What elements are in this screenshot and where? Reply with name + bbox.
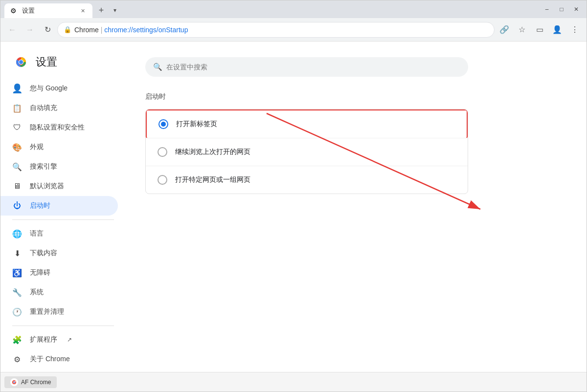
active-tab[interactable]: ⚙ 设置 ✕ xyxy=(4,3,92,18)
external-link-icon: ↗ xyxy=(67,336,72,343)
section-title: 启动时 xyxy=(145,92,567,101)
tab-display-button[interactable]: ▭ xyxy=(532,22,547,38)
sidebar: 设置 👤 您与 Google 📋 自动填充 🛡 隐私设置和安全性 🎨 xyxy=(0,42,126,372)
sidebar-item-accessibility[interactable]: ♿ 无障碍 xyxy=(0,263,118,283)
sidebar-item-browser[interactable]: 🖥 默认浏览器 xyxy=(0,176,118,196)
power-icon: ⏻ xyxy=(12,201,22,211)
sidebar-item-startup[interactable]: ⏻ 启动时 xyxy=(0,196,118,216)
taskbar-chrome-icon xyxy=(10,378,18,386)
option-specific[interactable]: 打开特定网页或一组网页 xyxy=(146,166,468,194)
forward-button[interactable]: → xyxy=(22,22,38,38)
gear-icon: ⚙ xyxy=(12,354,22,364)
tab-area: ⚙ 设置 ✕ + ▾ xyxy=(4,0,541,18)
address-url: chrome://settings/onStartup xyxy=(104,26,188,34)
settings-tab-icon: ⚙ xyxy=(10,7,18,15)
palette-icon: 🎨 xyxy=(12,142,22,152)
option-new-tab-label: 打开新标签页 xyxy=(176,120,217,129)
minimize-button[interactable]: – xyxy=(541,4,553,14)
sidebar-item-extensions-label: 扩展程序 xyxy=(30,335,57,344)
sidebar-item-downloads-label: 下载内容 xyxy=(30,249,57,258)
sidebar-item-about-label: 关于 Chrome xyxy=(30,355,70,364)
person-icon: 👤 xyxy=(12,84,22,93)
menu-button[interactable]: ⋮ xyxy=(567,22,583,38)
accessibility-icon: ♿ xyxy=(12,268,22,278)
back-button[interactable]: ← xyxy=(4,22,20,38)
sidebar-item-language-label: 语言 xyxy=(30,229,44,238)
taskbar-chrome-item[interactable]: AF Chrome xyxy=(4,376,57,388)
clipboard-icon: 📋 xyxy=(12,103,22,113)
sidebar-divider-2 xyxy=(12,326,114,326)
taskbar-item-label: AF Chrome xyxy=(21,379,51,386)
sidebar-item-appearance[interactable]: 🎨 外观 xyxy=(0,137,118,157)
sidebar-item-search-label: 搜索引擎 xyxy=(30,162,57,171)
radio-specific xyxy=(158,175,167,185)
sidebar-item-extensions[interactable]: 🧩 扩展程序 ↗ xyxy=(0,330,118,349)
puzzle-icon: 🧩 xyxy=(12,335,22,345)
sidebar-item-about[interactable]: ⚙ 关于 Chrome xyxy=(0,349,118,369)
refresh-button[interactable]: ↻ xyxy=(40,22,55,38)
star-button[interactable]: ☆ xyxy=(514,22,530,38)
tab-title: 设置 xyxy=(22,6,75,15)
sidebar-item-accessibility-label: 无障碍 xyxy=(30,268,50,277)
sidebar-item-google-label: 您与 Google xyxy=(30,84,68,93)
sidebar-item-google[interactable]: 👤 您与 Google xyxy=(0,79,118,98)
option-specific-label: 打开特定网页或一组网页 xyxy=(175,175,250,184)
close-button[interactable]: ✕ xyxy=(570,4,583,14)
settings-page-title: 设置 xyxy=(36,55,57,69)
download-icon: ⬇ xyxy=(12,248,22,258)
globe-icon: 🌐 xyxy=(12,229,22,239)
startup-options-card: 打开新标签页 继续浏览上次打开的网页 打开特定网页或一组网页 xyxy=(145,109,468,194)
navigation-bar: ← → ↻ 🔒 Chrome | chrome://settings/onSta… xyxy=(0,18,587,42)
sidebar-item-language[interactable]: 🌐 语言 xyxy=(0,224,118,243)
sidebar-divider-1 xyxy=(12,219,114,220)
title-bar: ⚙ 设置 ✕ + ▾ – □ ✕ xyxy=(0,0,587,18)
sidebar-item-downloads[interactable]: ⬇ 下载内容 xyxy=(0,243,118,263)
nav-right-controls: 🔗 ☆ ▭ 👤 ⋮ xyxy=(497,22,583,38)
wrench-icon: 🔧 xyxy=(12,287,22,297)
maximize-button[interactable]: □ xyxy=(555,4,568,14)
window-controls: – □ ✕ xyxy=(541,4,583,14)
option-continue-label: 继续浏览上次打开的网页 xyxy=(175,148,250,156)
taskbar: AF Chrome xyxy=(0,372,587,392)
sidebar-item-startup-label: 启动时 xyxy=(30,201,50,210)
settings-search-bar[interactable]: 🔍 xyxy=(145,57,468,77)
sidebar-item-privacy[interactable]: 🛡 隐私设置和安全性 xyxy=(0,118,118,137)
new-tab-button[interactable]: + xyxy=(94,3,108,17)
bookmark-button[interactable]: 🔗 xyxy=(497,22,512,38)
sidebar-item-privacy-label: 隐私设置和安全性 xyxy=(30,123,85,132)
sidebar-item-autofill-label: 自动填充 xyxy=(30,104,57,112)
address-text: Chrome | chrome://settings/onStartup xyxy=(74,26,188,34)
content-area: 🔍 启动时 打开新标签页 xyxy=(126,42,587,372)
address-chrome: Chrome xyxy=(74,26,99,34)
option-continue[interactable]: 继续浏览上次打开的网页 xyxy=(146,138,468,166)
sidebar-item-browser-label: 默认浏览器 xyxy=(30,182,64,191)
chrome-logo-icon xyxy=(12,53,30,71)
svg-point-6 xyxy=(14,381,15,383)
radio-inner-new-tab xyxy=(161,122,166,127)
sidebar-item-appearance-label: 外观 xyxy=(30,143,44,152)
option-new-tab[interactable]: 打开新标签页 xyxy=(146,109,468,138)
search-icon: 🔍 xyxy=(12,162,22,172)
sidebar-item-autofill[interactable]: 📋 自动填充 xyxy=(0,98,118,118)
settings-header: 设置 xyxy=(0,49,126,79)
settings-search-input[interactable] xyxy=(166,63,460,71)
tab-dropdown-button[interactable]: ▾ xyxy=(108,3,122,17)
shield-icon: 🛡 xyxy=(12,123,22,132)
lock-icon: 🔒 xyxy=(64,26,71,33)
sidebar-item-reset-label: 重置并清理 xyxy=(30,307,64,316)
sidebar-item-reset[interactable]: 🕐 重置并清理 xyxy=(0,302,118,322)
sidebar-item-search[interactable]: 🔍 搜索引擎 xyxy=(0,157,118,176)
sidebar-item-system[interactable]: 🔧 系统 xyxy=(0,283,118,302)
address-bar[interactable]: 🔒 Chrome | chrome://settings/onStartup xyxy=(57,22,495,38)
svg-point-3 xyxy=(19,60,23,64)
desktop-icon: 🖥 xyxy=(12,181,22,191)
search-bar-icon: 🔍 xyxy=(153,63,162,71)
clock-icon: 🕐 xyxy=(12,307,22,317)
profile-button[interactable]: 👤 xyxy=(549,22,565,38)
radio-continue xyxy=(158,147,167,157)
tab-close-button[interactable]: ✕ xyxy=(79,7,87,15)
radio-new-tab xyxy=(158,119,168,129)
sidebar-item-system-label: 系统 xyxy=(30,288,44,297)
